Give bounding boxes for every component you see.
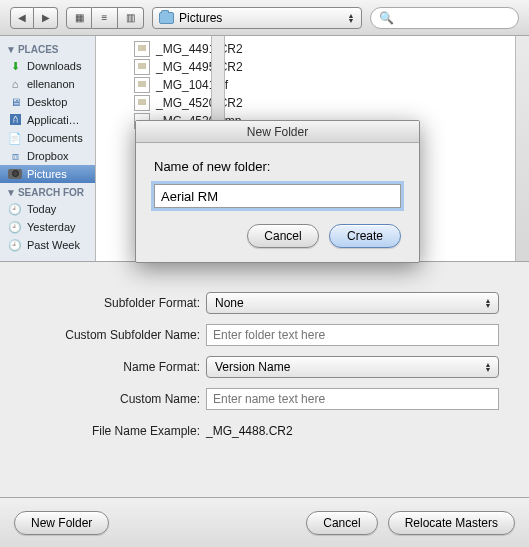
option-label: Custom Name: xyxy=(30,392,200,406)
desktop-icon: 🖥 xyxy=(8,95,22,109)
image-file-icon xyxy=(134,59,150,75)
subfolder-format-popup[interactable]: None ▲▼ xyxy=(206,292,499,314)
folder-icon xyxy=(159,12,174,24)
sidebar-item-pictures[interactable]: Pictures xyxy=(0,165,95,183)
sidebar-header-places: ▼PLACES xyxy=(0,40,95,57)
sheet-cancel-button[interactable]: Cancel xyxy=(247,224,319,248)
sidebar-search-today[interactable]: 🕘Today xyxy=(0,200,95,218)
search-input[interactable]: 🔍 xyxy=(370,7,519,29)
relocate-masters-button[interactable]: Relocate Masters xyxy=(388,511,515,535)
sidebar-search-yesterday[interactable]: 🕘Yesterday xyxy=(0,218,95,236)
sidebar-item-applications[interactable]: 🅰Applicati… xyxy=(0,111,95,129)
clock-icon: 🕘 xyxy=(8,220,22,234)
sidebar-item-label: Today xyxy=(27,203,56,215)
sidebar-item-documents[interactable]: 📄Documents xyxy=(0,129,95,147)
sidebar-item-desktop[interactable]: 🖥Desktop xyxy=(0,93,95,111)
custom-subfolder-input[interactable] xyxy=(206,324,499,346)
file-row[interactable]: _MG_1041.tif xyxy=(126,76,529,94)
sidebar-header-search: ▼SEARCH FOR xyxy=(0,183,95,200)
location-label: Pictures xyxy=(179,11,222,25)
new-folder-button[interactable]: New Folder xyxy=(14,511,109,535)
sidebar-item-downloads[interactable]: ⬇Downloads xyxy=(0,57,95,75)
file-row[interactable]: _MG_4495.CR2 xyxy=(126,58,529,76)
forward-button[interactable]: ▶ xyxy=(34,7,58,29)
option-label: Name Format: xyxy=(30,360,200,374)
option-label: Custom Subfolder Name: xyxy=(30,328,200,342)
example-label: File Name Example: xyxy=(30,424,200,438)
home-icon: ⌂ xyxy=(8,77,22,91)
scrollbar[interactable] xyxy=(515,36,529,261)
example-value: _MG_4488.CR2 xyxy=(206,424,293,438)
toolbar: ◀ ▶ ▦ ≡ ▥ Pictures ▲▼ 🔍 xyxy=(0,0,529,36)
sidebar-item-label: ellenanon xyxy=(27,78,75,90)
camera-icon xyxy=(8,167,22,181)
nav-back-forward: ◀ ▶ xyxy=(10,7,58,29)
option-row-custom-name: Custom Name: xyxy=(30,388,499,410)
new-folder-sheet: New Folder Name of new folder: Cancel Cr… xyxy=(135,120,420,263)
chevron-up-down-icon: ▲▼ xyxy=(345,13,357,23)
file-name: _MG_4491.CR2 xyxy=(156,42,243,56)
view-list-icon[interactable]: ≡ xyxy=(92,7,118,29)
chevron-up-down-icon: ▲▼ xyxy=(482,362,494,372)
dropbox-icon: ⧈ xyxy=(8,149,22,163)
view-columns-icon[interactable]: ▥ xyxy=(118,7,144,29)
filename-example: File Name Example: _MG_4488.CR2 xyxy=(30,420,499,438)
options-panel: Subfolder Format: None ▲▼ Custom Subfold… xyxy=(0,261,529,469)
name-format-popup[interactable]: Version Name ▲▼ xyxy=(206,356,499,378)
chevron-up-down-icon: ▲▼ xyxy=(482,298,494,308)
sidebar-item-label: Applicati… xyxy=(27,114,80,126)
popup-value: Version Name xyxy=(215,360,290,374)
sheet-title: New Folder xyxy=(136,121,419,143)
option-label: Subfolder Format: xyxy=(30,296,200,310)
sidebar-item-label: Past Week xyxy=(27,239,80,251)
file-row[interactable]: _MG_4520.CR2 xyxy=(126,94,529,112)
back-button[interactable]: ◀ xyxy=(10,7,34,29)
view-icon-grid[interactable]: ▦ xyxy=(66,7,92,29)
file-name: _MG_4495.CR2 xyxy=(156,60,243,74)
location-popup[interactable]: Pictures ▲▼ xyxy=(152,7,362,29)
cancel-button[interactable]: Cancel xyxy=(306,511,377,535)
file-row[interactable]: _MG_4491.CR2 xyxy=(126,40,529,58)
sidebar-item-label: Downloads xyxy=(27,60,81,72)
image-file-icon xyxy=(134,77,150,93)
sidebar-item-dropbox[interactable]: ⧈Dropbox xyxy=(0,147,95,165)
image-file-icon xyxy=(134,41,150,57)
option-row-subfolder-format: Subfolder Format: None ▲▼ xyxy=(30,292,499,314)
option-row-custom-subfolder: Custom Subfolder Name: xyxy=(30,324,499,346)
sidebar-search-pastweek[interactable]: 🕘Past Week xyxy=(0,236,95,254)
option-row-name-format: Name Format: Version Name ▲▼ xyxy=(30,356,499,378)
download-icon: ⬇ xyxy=(8,59,22,73)
documents-icon: 📄 xyxy=(8,131,22,145)
sidebar-item-label: Desktop xyxy=(27,96,67,108)
sidebar-item-label: Yesterday xyxy=(27,221,76,233)
file-name: _MG_4520.CR2 xyxy=(156,96,243,110)
footer-bar: New Folder Cancel Relocate Masters xyxy=(0,497,529,547)
search-icon: 🔍 xyxy=(379,11,394,25)
sidebar: ▼PLACES ⬇Downloads ⌂ellenanon 🖥Desktop 🅰… xyxy=(0,36,96,261)
clock-icon: 🕘 xyxy=(8,238,22,252)
applications-icon: 🅰 xyxy=(8,113,22,127)
clock-icon: 🕘 xyxy=(8,202,22,216)
custom-name-input[interactable] xyxy=(206,388,499,410)
sidebar-item-home[interactable]: ⌂ellenanon xyxy=(0,75,95,93)
popup-value: None xyxy=(215,296,244,310)
view-switch: ▦ ≡ ▥ xyxy=(66,7,144,29)
sidebar-item-label: Dropbox xyxy=(27,150,69,162)
image-file-icon xyxy=(134,95,150,111)
folder-name-input[interactable] xyxy=(154,184,401,208)
sheet-prompt: Name of new folder: xyxy=(154,159,401,174)
sidebar-item-label: Documents xyxy=(27,132,83,144)
sheet-create-button[interactable]: Create xyxy=(329,224,401,248)
sidebar-item-label: Pictures xyxy=(27,168,67,180)
